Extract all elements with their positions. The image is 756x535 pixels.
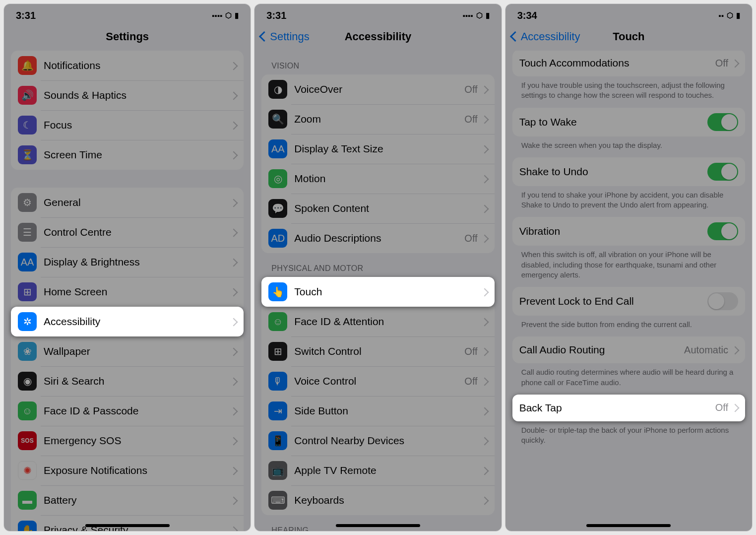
- row-motion[interactable]: ◎Motion: [261, 164, 494, 194]
- row-label: Voice Control: [294, 375, 464, 387]
- row-apple-tv-remote[interactable]: 📺Apple TV Remote: [261, 456, 494, 485]
- row-display-text-size[interactable]: AADisplay & Text Size: [261, 134, 494, 164]
- row-prevent-lock[interactable]: Prevent Lock to End Call: [512, 287, 745, 316]
- row-label: Face ID & Passcode: [44, 405, 231, 417]
- row-battery[interactable]: ▬Battery: [11, 485, 244, 515]
- row-sounds-haptics[interactable]: 🔊Sounds & Haptics: [11, 80, 244, 110]
- row-side-button[interactable]: ⇥Side Button: [261, 396, 494, 426]
- voice-ctrl-icon: 🎙: [268, 372, 287, 391]
- chevron-left-icon: [260, 30, 269, 43]
- row-exposure-notifications[interactable]: ✺Exposure Notifications: [11, 456, 244, 485]
- row-voiceover[interactable]: ◑VoiceOverOff: [261, 74, 494, 104]
- row-privacy-security[interactable]: ✋Privacy & Security: [11, 515, 244, 531]
- row-label: Screen Time: [44, 149, 231, 161]
- row-emergency-sos[interactable]: SOSEmergency SOS: [11, 426, 244, 456]
- faceid-attn-icon: ☺: [268, 312, 287, 331]
- toggle-prevent-lock[interactable]: [707, 292, 738, 310]
- row-tap-to-wake[interactable]: Tap to Wake: [512, 108, 745, 136]
- clock: 3:34: [517, 10, 537, 21]
- nearby-icon: 📱: [268, 431, 287, 450]
- status-bar: 3:34 ▪▪ ⬡ ▮: [505, 4, 752, 23]
- row-label: Call Audio Routing: [519, 344, 684, 356]
- row-shake-to-undo[interactable]: Shake to Undo: [512, 157, 745, 186]
- row-voice-control[interactable]: 🎙Voice ControlOff: [261, 366, 494, 396]
- page-title: Touch: [613, 30, 644, 43]
- toggle-vibration[interactable]: [707, 222, 738, 240]
- row-accessibility[interactable]: ✲Accessibility: [11, 307, 244, 336]
- row-keyboards[interactable]: ⌨Keyboards: [261, 485, 494, 515]
- row-value: Automatic: [684, 344, 728, 356]
- chevron-right-icon: [231, 120, 237, 131]
- keyboard-icon: ⌨: [268, 491, 287, 510]
- row-back-tap[interactable]: Back Tap Off: [512, 395, 745, 421]
- chevron-right-icon: [231, 405, 237, 417]
- footer-call-audio: Call audio routing determines where audi…: [505, 363, 752, 395]
- back-label: Accessibility: [521, 30, 580, 43]
- row-face-id-passcode[interactable]: ☺Face ID & Passcode: [11, 396, 244, 426]
- page-title: Settings: [106, 30, 149, 43]
- chevron-right-icon: [482, 376, 488, 387]
- row-value: Off: [715, 58, 728, 69]
- row-notifications[interactable]: 🔔Notifications: [11, 51, 244, 80]
- header: Settings: [4, 23, 251, 51]
- section-header-vision: Vision: [254, 51, 501, 74]
- hourglass-icon: ⏳: [18, 145, 37, 164]
- chevron-right-icon: [231, 435, 237, 447]
- row-call-audio-routing[interactable]: Call Audio Routing Automatic: [512, 336, 745, 363]
- exposure-icon: ✺: [18, 461, 37, 480]
- row-siri-search[interactable]: ◉Siri & Search: [11, 366, 244, 396]
- page-title: Accessibility: [345, 30, 412, 43]
- home-indicator[interactable]: [85, 524, 170, 527]
- home-indicator[interactable]: [586, 524, 671, 527]
- row-audio-descriptions[interactable]: ADAudio DescriptionsOff: [261, 223, 494, 253]
- chevron-right-icon: [482, 435, 488, 447]
- row-label: Control Centre: [44, 226, 231, 238]
- row-touch[interactable]: 👆Touch: [261, 277, 494, 307]
- aa-icon: AA: [18, 253, 37, 271]
- row-label: Accessibility: [44, 316, 231, 328]
- touch-icon: 👆: [268, 282, 287, 301]
- row-label: Switch Control: [294, 345, 464, 357]
- footer-vibration: When this switch is off, all vibration o…: [505, 246, 752, 287]
- row-focus[interactable]: ☾Focus: [11, 110, 244, 140]
- wallpaper-icon: ❀: [18, 342, 37, 361]
- row-face-id-attention[interactable]: ☺Face ID & Attention: [261, 307, 494, 336]
- back-button[interactable]: Accessibility: [511, 30, 580, 43]
- row-label: VoiceOver: [294, 83, 464, 95]
- home-indicator[interactable]: [336, 524, 420, 527]
- row-value: Off: [464, 84, 477, 95]
- chevron-right-icon: [482, 84, 488, 95]
- chevron-left-icon: [511, 30, 520, 43]
- row-wallpaper[interactable]: ❀Wallpaper: [11, 336, 244, 366]
- row-control-centre[interactable]: ☰Control Centre: [11, 217, 244, 247]
- back-label: Settings: [270, 30, 310, 43]
- toggle-tap-to-wake[interactable]: [707, 113, 738, 131]
- row-label: Tap to Wake: [519, 116, 707, 128]
- chevron-right-icon: [231, 465, 237, 476]
- chevron-right-icon: [732, 402, 738, 413]
- row-display-brightness[interactable]: AADisplay & Brightness: [11, 247, 244, 277]
- siri-icon: ◉: [18, 372, 37, 391]
- row-control-nearby-devices[interactable]: 📱Control Nearby Devices: [261, 426, 494, 456]
- row-label: Sounds & Haptics: [44, 89, 231, 101]
- spoken-icon: 💬: [268, 199, 287, 218]
- row-general[interactable]: ⚙General: [11, 188, 244, 217]
- chevron-right-icon: [482, 143, 488, 155]
- chevron-right-icon: [231, 346, 237, 357]
- row-zoom[interactable]: 🔍ZoomOff: [261, 104, 494, 134]
- row-label: Side Button: [294, 405, 481, 417]
- row-spoken-content[interactable]: 💬Spoken Content: [261, 194, 494, 223]
- footer-tap-wake: Wake the screen when you tap the display…: [505, 136, 752, 157]
- row-home-screen[interactable]: ⊞Home Screen: [11, 277, 244, 307]
- toggle-shake-to-undo[interactable]: [707, 163, 738, 181]
- back-button[interactable]: Settings: [260, 30, 310, 43]
- row-label: Emergency SOS: [44, 435, 231, 447]
- status-bar: 3:31 ▪▪▪▪ ⬡ ▮: [4, 4, 251, 23]
- row-switch-control[interactable]: ⊞Switch ControlOff: [261, 336, 494, 366]
- row-screen-time[interactable]: ⏳Screen Time: [11, 140, 244, 170]
- chevron-right-icon: [231, 286, 237, 298]
- accessibility-icon: ✲: [18, 312, 37, 331]
- footer-touch-accom: If you have trouble using the touchscree…: [505, 76, 752, 108]
- row-vibration[interactable]: Vibration: [512, 217, 745, 246]
- row-touch-accommodations[interactable]: Touch Accommodations Off: [512, 51, 745, 76]
